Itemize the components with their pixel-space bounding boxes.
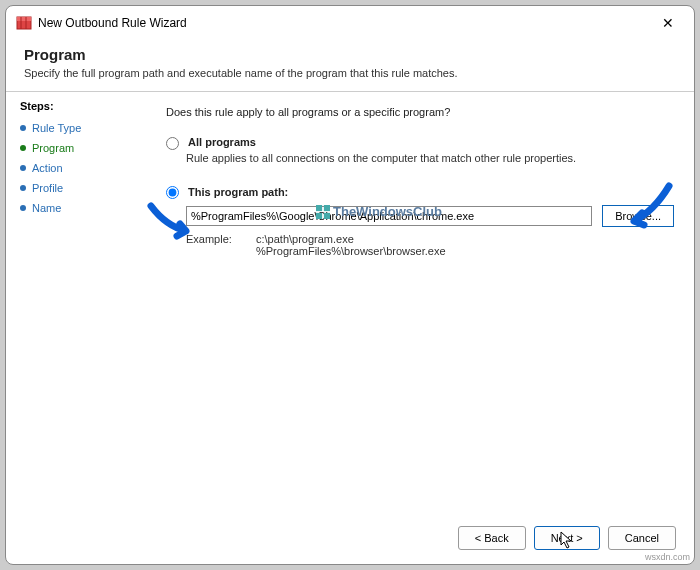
svg-rect-1 [17,17,31,21]
content-panel: Does this rule apply to all programs or … [156,92,694,516]
body: Steps: Rule Type Program Action Profile … [6,92,694,516]
annotation-arrow-right [614,181,674,235]
steps-panel: Steps: Rule Type Program Action Profile … [6,92,156,516]
step-rule-type[interactable]: Rule Type [20,118,142,138]
window-title: New Outbound Rule Wizard [38,16,652,30]
page-title: Program [24,46,676,63]
footer: < Back Next > Cancel [6,516,694,564]
wizard-window: New Outbound Rule Wizard ✕ Program Speci… [5,5,695,565]
twc-logo-icon [316,205,330,219]
label-all-programs: All programs [188,136,256,148]
step-profile[interactable]: Profile [20,178,142,198]
cancel-button[interactable]: Cancel [608,526,676,550]
cursor-icon [560,531,574,552]
steps-list: Rule Type Program Action Profile Name [20,118,142,218]
step-program[interactable]: Program [20,138,142,158]
watermark-corner: wsxdn.com [645,552,690,562]
steps-heading: Steps: [20,100,142,112]
step-name[interactable]: Name [20,198,142,218]
close-icon[interactable]: ✕ [652,15,684,31]
watermark-thewindowsclub: TheWindowsClub [316,204,442,219]
firewall-icon [16,15,32,31]
desc-all-programs: Rule applies to all connections on the c… [186,152,674,164]
page-subtitle: Specify the full program path and execut… [24,67,676,79]
question-text: Does this rule apply to all programs or … [166,106,674,118]
titlebar: New Outbound Rule Wizard ✕ [6,6,694,40]
svg-rect-4 [316,205,322,211]
svg-rect-7 [324,212,330,218]
header: Program Specify the full program path an… [6,40,694,83]
back-button[interactable]: < Back [458,526,526,550]
option-all-programs[interactable]: All programs [166,136,674,150]
svg-rect-6 [316,212,322,218]
option-this-program[interactable]: This program path: [166,186,674,200]
svg-rect-5 [324,205,330,211]
example-block: Example: c:\path\program.exe %ProgramFil… [186,233,674,257]
annotation-arrow-left [146,196,206,250]
step-action[interactable]: Action [20,158,142,178]
example-values: c:\path\program.exe %ProgramFiles%\brows… [256,233,446,257]
options-group: All programs Rule applies to all connect… [166,136,674,257]
radio-all-programs[interactable] [166,137,179,150]
